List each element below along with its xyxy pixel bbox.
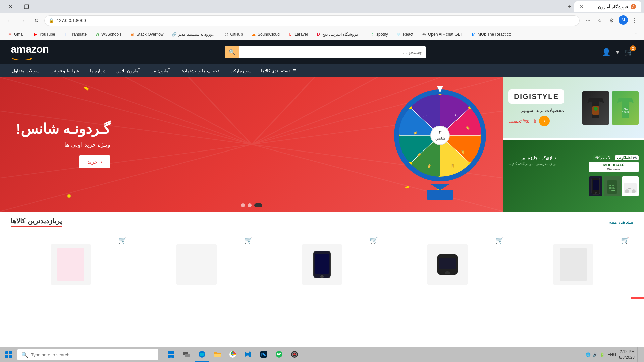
bookmark-gmail[interactable]: M Gmail <box>4 30 28 38</box>
bookmark-button[interactable]: ☆ <box>594 15 605 26</box>
network-icon[interactable]: 🌐 <box>586 352 591 357</box>
close-tab-icon[interactable]: ✕ <box>580 4 584 9</box>
taskbar-app-photoshop[interactable]: Ps <box>256 347 271 362</box>
address-bar[interactable]: 🔒 127.0.0.1:8000 <box>44 15 580 26</box>
openai-icon: ◎ <box>421 32 427 37</box>
view-all-link[interactable]: مشاهده همه <box>609 219 633 225</box>
tab-favicon: A <box>631 4 636 9</box>
svg-point-8 <box>594 107 598 111</box>
svg-text:RISKS: RISKS <box>622 111 629 113</box>
taskbar-app-explorer[interactable] <box>164 347 178 362</box>
search-input[interactable] <box>239 47 426 58</box>
nav-faq[interactable]: سوالات متداول <box>11 66 41 76</box>
product-card-4: 🛒 <box>136 232 256 291</box>
carousel-dot-1[interactable] <box>254 203 262 207</box>
bookmark-mui[interactable]: M MUI: The React co... <box>468 30 518 38</box>
more-bookmarks-button[interactable]: » <box>632 31 640 38</box>
taskbar-app-edge[interactable] <box>195 347 209 362</box>
bookmark-react[interactable]: ⚛ React <box>393 30 417 38</box>
laravel-icon: L <box>288 32 293 37</box>
time-display[interactable]: 2:12 PM 8/8/2023 <box>619 349 635 360</box>
taskbar-app-obs[interactable] <box>287 347 302 362</box>
svg-marker-2 <box>30 58 32 60</box>
menu-button[interactable]: ⋮ <box>629 15 640 26</box>
bookmark-openai[interactable]: ◎ Open Ai - chat GBT <box>418 30 466 38</box>
nav-terms[interactable]: شرایط و قوانین <box>49 66 80 76</box>
bookmark-laravel[interactable]: L Laravel <box>284 30 311 38</box>
carousel-dot-3[interactable] <box>241 203 245 207</box>
start-button[interactable] <box>0 347 17 362</box>
svg-text:INSTANT: INSTANT <box>608 185 615 187</box>
nav-about[interactable]: درباره ما <box>89 66 107 76</box>
bookmark-digikala[interactable]: D فروشگاه اینترنتی دیج... <box>312 30 365 38</box>
bookmark-spotify[interactable]: ♫ spotify <box>366 30 391 38</box>
buy-button[interactable]: ‹ خرید <box>79 155 110 168</box>
forward-button[interactable]: → <box>17 15 28 26</box>
add-to-cart-icon-2[interactable]: 🛒 <box>495 236 504 244</box>
profile-button[interactable]: M <box>619 15 628 25</box>
bookmark-admin[interactable]: 🔗 ورود به سیستم مدیر... <box>168 30 219 38</box>
carousel-dot-2[interactable] <box>248 203 252 207</box>
show-desktop-button[interactable] <box>637 347 640 362</box>
amazon-arrow <box>12 56 49 61</box>
nav-supermarket[interactable]: سوپرمارکت <box>228 66 253 76</box>
amazon-logo-container: amazon <box>11 43 49 61</box>
clock-time: 2:12 PM <box>619 349 635 355</box>
hamburger-menu[interactable]: ☰ دسته بندی کالاها <box>261 68 297 73</box>
product-image-2 <box>427 244 468 285</box>
bookmark-github[interactable]: ⬡ GitHub <box>220 30 246 38</box>
nav-my-amazon[interactable]: آمازون من <box>149 66 171 76</box>
cart-button[interactable]: 🛒 2 <box>624 48 633 57</box>
taskbar-app-vscode[interactable] <box>241 347 256 362</box>
add-to-cart-icon-4[interactable]: 🛒 <box>244 236 253 244</box>
svg-marker-79 <box>248 351 251 357</box>
maximize-button[interactable]: ❐ <box>19 0 34 13</box>
taskbar-search-input[interactable] <box>31 352 154 357</box>
bookmark-label: Laravel <box>294 32 308 37</box>
volume-icon[interactable]: 🔊 <box>593 352 598 357</box>
bookmark-stackoverflow[interactable]: ▣ Stack Overflow <box>126 30 167 38</box>
add-to-cart-icon-3[interactable]: 🛒 <box>370 236 378 244</box>
bookmark-youtube[interactable]: ▶ YouTube <box>29 30 58 38</box>
language-indicator[interactable]: ENG <box>607 352 616 357</box>
prev-button[interactable]: ‹ <box>539 116 550 126</box>
svg-rect-67 <box>315 254 329 274</box>
bookmark-soundcloud[interactable]: ☁ SoundCloud <box>248 30 283 38</box>
nav-deals[interactable]: تخفیف ها و پیشنهادها <box>179 66 220 76</box>
add-to-cart-icon-1[interactable]: 🛒 <box>621 236 629 244</box>
reload-button[interactable]: ↻ <box>31 15 42 26</box>
wheel-stand-base <box>427 190 453 200</box>
bookmark-w3schools[interactable]: W W3Schools <box>91 30 125 38</box>
active-tab[interactable]: A فروشگاه آمازون ✕ <box>574 1 641 12</box>
user-button[interactable]: 👤 <box>602 48 611 57</box>
taskbar-app-task-view[interactable] <box>179 347 194 362</box>
product-card-1: 🛒 <box>513 232 633 291</box>
minimize-button[interactable]: — <box>35 0 50 13</box>
svg-rect-18 <box>593 180 599 190</box>
bookmark-label: Stack Overflow <box>137 32 164 37</box>
product-card-2: 🛒 <box>387 232 507 291</box>
cast-button[interactable]: ⊹ <box>582 15 593 26</box>
product-image-4 <box>176 244 217 285</box>
stackoverflow-icon: ▣ <box>130 32 135 37</box>
taskbar-app-chrome[interactable] <box>225 347 240 362</box>
product-card-3: 🛒 <box>262 232 382 291</box>
multicafe-banner: 🎮 ایتاماگوجی D دیجی‌کالا MULTICAFÉWellne… <box>503 140 644 212</box>
svg-text:GREEN: GREEN <box>609 187 615 189</box>
bookmark-label: Open Ai - chat GBT <box>428 32 463 37</box>
spotify-icon: ♫ <box>370 32 375 37</box>
new-tab-button[interactable]: + <box>565 2 574 11</box>
taskbar-app-files[interactable] <box>210 347 225 362</box>
add-to-cart-icon-5[interactable]: 🛒 <box>118 236 127 244</box>
close-button[interactable]: ✕ <box>3 0 18 13</box>
search-button[interactable]: 🔍 <box>225 46 239 58</box>
multicafe-logos: 🎮 ایتاماگوجی D دیجی‌کالا MULTICAFÉWellne… <box>589 155 639 196</box>
tab-title: فروشگاه آمازون <box>598 4 628 9</box>
taskbar-app-spotify[interactable] <box>272 347 286 362</box>
extensions-button[interactable]: ⚙ <box>606 15 617 26</box>
bookmark-translate[interactable]: T Translate <box>60 30 90 38</box>
coffee-product: INSTANT GREEN COFFEE <box>604 176 621 196</box>
bookmark-label: ورود به سیستم مدیر... <box>178 32 215 37</box>
back-button[interactable]: ← <box>4 15 15 26</box>
nav-plus[interactable]: آمازون پلاس <box>115 66 141 76</box>
